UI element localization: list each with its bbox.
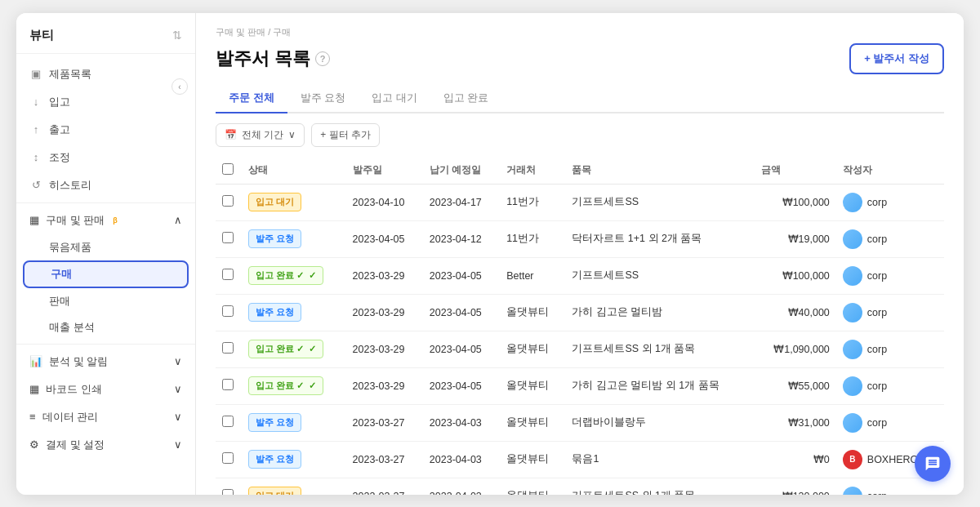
orders-table-container: 상태 발주일 납기 예정일 거래처 품목 금액 작성자 입고 대기2023-04… [196,157,964,495]
sidebar-group-purchase[interactable]: ▦ 구매 및 판매 β ∧ [16,207,195,234]
table-row[interactable]: 입고 완료 ✓2023-03-292023-04-05Better기프트세트SS… [216,257,944,294]
dropdown-arrow: ∨ [288,129,296,140]
cell-amount: ₩130,000 [755,478,836,495]
chevron-down-icon: ∨ [174,411,182,423]
cell-amount: ₩100,000 [755,257,836,294]
tab-complete[interactable]: 입고 완료 [430,84,502,113]
sidebar-item-bundle[interactable]: 묶음제품 [16,234,195,260]
table-row[interactable]: 입고 완료 ✓2023-03-292023-04-05올댓뷰티가히 김고은 멀티… [216,367,944,404]
sidebar-group-payment[interactable]: ⚙ 결제 및 설정 ∨ [16,431,195,459]
page-title-row: 발주서 목록 ? + 발주서 작성 [216,43,944,74]
author-name: corp [867,197,887,208]
select-all-checkbox[interactable] [222,163,234,175]
cell-due-date: 2023-04-03 [423,441,500,478]
cell-supplier: 올댓뷰티 [500,441,565,478]
author-name: corp [867,270,887,282]
sidebar-item-sales[interactable]: 판매 [16,288,195,314]
cell-supplier: 올댓뷰티 [500,404,565,441]
sidebar-group-analysis[interactable]: 📊 분석 및 알림 ∨ [16,348,195,376]
group-label: 결제 및 설정 [46,438,105,452]
table-row[interactable]: 발주 요청2023-03-272023-04-03올댓뷰티묶음1₩0BBOXHE… [216,441,944,478]
create-order-button[interactable]: + 발주서 작성 [849,43,944,74]
chat-icon [924,456,941,472]
table-row[interactable]: 발주 요청2023-04-052023-04-1211번가닥터자르트 1+1 외… [216,220,944,257]
avatar [843,266,862,286]
sidebar-item-import[interactable]: ↓ 입고 [16,88,195,116]
sort-icon[interactable]: ⇅ [172,29,182,42]
row-checkbox[interactable] [222,452,234,464]
status-badge: 발주 요청 [248,413,301,432]
cell-item: 기프트세트SS 외 1개 품목 [565,331,755,367]
sidebar-item-products[interactable]: ▣ 제품목록 [16,60,195,88]
chevron-up-icon: ∧ [174,214,182,226]
table-row[interactable]: 입고 완료 ✓2023-03-292023-04-05올댓뷰티기프트세트SS 외… [216,331,944,367]
table-row[interactable]: 발주 요청2023-03-272023-04-03올댓뷰티더랩바이블랑두₩31,… [216,404,944,441]
sidebar-collapse-button[interactable]: ‹ [172,78,188,95]
cell-status: 입고 대기 [242,478,346,495]
cell-item: 기프트세트SS [565,184,755,220]
add-filter-button[interactable]: + 필터 추가 [311,123,380,147]
avatar [843,413,862,433]
author-name: corp [867,417,887,429]
table-row[interactable]: 입고 대기2023-03-272023-04-03올댓뷰티기프트세트SS 외 1… [216,478,944,495]
cell-due-date: 2023-04-17 [423,184,500,220]
data-icon: ≡ [29,411,36,423]
avatar [843,487,862,495]
tab-all[interactable]: 주문 전체 [216,84,287,113]
status-badge: 입고 완료 ✓ [248,340,323,358]
avatar [843,376,862,396]
cell-status: 입고 완료 ✓ [242,331,346,367]
cell-order-date: 2023-04-10 [346,184,423,220]
tab-waiting[interactable]: 입고 대기 [359,84,430,113]
sidebar-item-adjust[interactable]: ↕ 조정 [16,144,195,171]
author-name: corp [867,344,887,355]
avatar [843,340,862,359]
cell-order-date: 2023-03-27 [346,478,423,495]
cell-amount: ₩55,000 [755,367,836,404]
row-checkbox[interactable] [222,195,234,207]
author-name: corp [867,307,887,318]
table-row[interactable]: 발주 요청2023-03-292023-04-05올댓뷰티가히 김고은 멀티밤₩… [216,294,944,331]
help-icon[interactable]: ? [315,51,330,66]
cell-author: corp [836,220,944,257]
orders-table: 상태 발주일 납기 예정일 거래처 품목 금액 작성자 입고 대기2023-04… [216,157,944,495]
period-filter-button[interactable]: 📅 전체 기간 ∨ [216,123,305,147]
avatar [843,229,862,249]
cell-status: 입고 완료 ✓ [242,257,346,294]
cell-supplier: 올댓뷰티 [500,294,565,331]
cell-order-date: 2023-03-29 [346,294,423,331]
payment-icon: ⚙ [29,438,39,451]
cell-amount: ₩19,000 [755,220,836,257]
cell-item: 기프트세트SS 외 1개 품목 [565,478,755,495]
author-cell: corp [843,413,938,433]
group-label: 데이터 관리 [42,410,99,425]
row-checkbox[interactable] [222,379,234,390]
main-content: 구매 및 판매 / 구매 발주서 목록 ? + 발주서 작성 주문 전체 발주 … [196,13,964,495]
row-checkbox[interactable] [222,416,234,427]
col-author: 작성자 [836,157,944,185]
chevron-down-icon: ∨ [174,383,182,395]
cell-item: 기프트세트SS [565,257,755,294]
row-checkbox[interactable] [222,269,234,280]
sales-label: 판매 [49,294,70,309]
tab-request[interactable]: 발주 요청 [287,84,359,113]
sidebar-item-history[interactable]: ↺ 히스토리 [16,171,195,199]
cell-status: 발주 요청 [242,441,346,478]
table-row[interactable]: 입고 대기2023-04-102023-04-1711번가기프트세트SS₩100… [216,184,944,220]
row-checkbox[interactable] [222,342,234,354]
sidebar-item-purchase-active[interactable]: 구매 [23,260,189,288]
status-badge: 입고 대기 [248,487,301,495]
sidebar-group-data[interactable]: ≡ 데이터 관리 ∨ [16,403,195,431]
sidebar-group-barcode[interactable]: ▦ 바코드 인쇄 ∨ [16,376,195,403]
row-checkbox[interactable] [222,305,234,317]
sidebar-item-export[interactable]: ↑ 출고 [16,116,195,144]
cell-supplier: Better [500,257,565,294]
avatar [843,303,862,322]
row-checkbox[interactable] [222,232,234,243]
sidebar-title: 뷰티 [29,28,54,43]
sidebar: 뷰티 ⇅ ▣ 제품목록 ↓ 입고 ↑ 출고 ↕ 조정 ↺ 히스토리 [16,13,196,495]
sidebar-item-sales-analysis[interactable]: 매출 분석 [16,314,195,340]
cell-item: 묶음1 [565,441,755,478]
row-checkbox[interactable] [222,489,234,495]
chat-button[interactable] [915,446,951,482]
